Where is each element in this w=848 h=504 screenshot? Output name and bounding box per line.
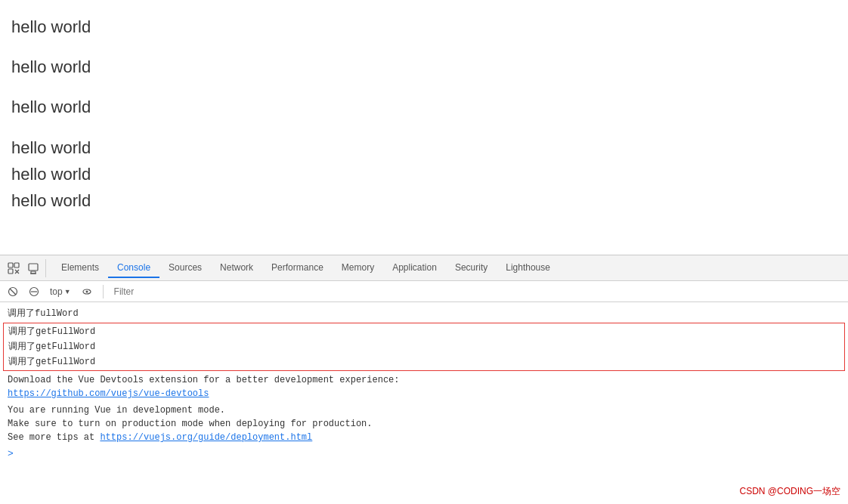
console-info-text-2: You are running Vue in development mode.… [8,404,840,444]
console-output: 调用了fullWord 调用了getFullWord 调用了getFullWor… [0,302,848,504]
hello-line-2: hello world [11,54,837,80]
tab-console[interactable]: Console [108,258,159,278]
svg-line-7 [10,289,16,295]
tab-elements[interactable]: Elements [52,258,108,278]
console-highlighted-group: 调用了getFullWord 调用了getFullWord 调用了getFull… [3,323,845,371]
chevron-down-icon: ▼ [64,288,71,295]
devtools-toolbar: Elements Console Sources Network Perform… [0,255,848,281]
eye-icon-button[interactable] [79,285,95,298]
console-info-text-1: Download the Vue Devtools extension for … [8,373,840,400]
divider [103,285,104,298]
console-toolbar: top ▼ [0,281,848,302]
console-prompt[interactable]: > [0,446,848,462]
console-text-4: 调用了getFullWord [8,354,95,369]
tab-lighthouse[interactable]: Lighthouse [497,258,559,278]
vue-devtools-link[interactable]: https://github.com/vuejs/vue-devtools [8,388,209,399]
deployment-link[interactable]: https://vuejs.org/guide/deployment.html [100,432,312,443]
console-line-1: 调用了fullWord [0,305,848,322]
hello-line-4: hello world [11,135,837,161]
clear-console-button[interactable] [5,285,21,298]
tab-performance[interactable]: Performance [262,258,333,278]
filter-input[interactable] [111,285,843,298]
console-text-2: 调用了getFullWord [8,324,95,339]
hello-line-6: hello world [11,187,837,214]
devtools-tabs: Elements Console Sources Network Perform… [52,258,559,278]
devtools-left-icons [5,259,46,277]
svg-rect-3 [29,264,38,271]
svg-rect-1 [14,263,19,267]
console-info-2: You are running Vue in development mode.… [0,402,848,446]
hello-line-3: hello world [11,94,837,120]
svg-rect-0 [8,263,13,267]
tab-application[interactable]: Application [383,258,446,278]
hello-line-1: hello world [11,14,837,40]
tab-memory[interactable]: Memory [333,258,383,278]
watermark: CSDN @CODING一场空 [739,485,840,498]
console-text-3: 调用了getFullWord [8,339,95,354]
device-toggle-icon[interactable] [24,259,42,277]
console-text-1: 调用了fullWord [8,307,840,320]
tab-network[interactable]: Network [211,258,262,278]
main-content: hello world hello world hello world hell… [0,0,848,255]
console-info-1: Download the Vue Devtools extension for … [0,372,848,402]
svg-point-11 [85,290,88,292]
hello-line-5: hello world [11,161,837,187]
context-selector[interactable]: top ▼ [47,285,74,298]
inspect-icon[interactable] [5,259,23,277]
tab-security[interactable]: Security [446,258,497,278]
svg-rect-2 [8,269,13,274]
tab-sources[interactable]: Sources [159,258,211,278]
filter-toggle-button[interactable] [26,285,42,298]
context-label: top [50,286,63,297]
devtools-panel: Elements Console Sources Network Perform… [0,255,848,504]
